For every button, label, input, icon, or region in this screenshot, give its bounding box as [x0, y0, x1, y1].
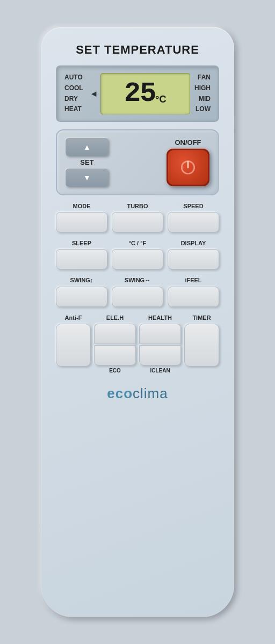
remote-control: SET TEMPERATURE AUTO COOL DRY HEAT ◄ 25 …	[41, 27, 234, 617]
timer-button[interactable]	[184, 324, 219, 367]
mode-button[interactable]	[56, 212, 107, 232]
swing-h-button[interactable]	[112, 287, 163, 307]
timer-label: TIMER	[192, 314, 211, 321]
ifeel-col: iFEEL	[168, 277, 219, 306]
antif-label: Anti-F	[65, 314, 82, 321]
temperature-display: 25	[124, 78, 155, 109]
control-section: ▲ SET ▼ ON/OFF	[56, 129, 219, 195]
temperature-unit: °C	[155, 94, 166, 105]
onoff-wrap: ON/OFF	[167, 138, 209, 186]
brand-eco: eco	[107, 385, 133, 401]
temp-up-button[interactable]: ▲	[66, 138, 108, 156]
display-label: DISPLAY	[181, 240, 206, 247]
onoff-button[interactable]	[167, 149, 209, 186]
onoff-label: ON/OFF	[175, 138, 201, 147]
eleh-button[interactable]	[94, 324, 136, 344]
health-col: HEALTH iCLEAN	[139, 314, 181, 374]
temp-unit-label: °C / °F	[129, 240, 147, 247]
display-col: DISPLAY	[168, 240, 219, 269]
mode-auto: AUTO	[64, 74, 83, 82]
ifeel-button[interactable]	[168, 287, 219, 307]
fan-mid: MID	[194, 95, 211, 104]
fan-high: HIGH	[194, 84, 211, 93]
iclean-label: iCLEAN	[150, 368, 170, 374]
lcd-screen: 25 °C	[100, 73, 190, 114]
temp-down-button[interactable]: ▼	[66, 169, 108, 187]
iclean-button[interactable]	[139, 345, 181, 365]
speed-col: SPEED	[168, 203, 219, 232]
turbo-label: TURBO	[127, 203, 148, 210]
brand: ecoclima	[107, 385, 168, 402]
lcd-arrow: ◄	[88, 89, 100, 99]
mode-col: MODE	[56, 203, 107, 232]
health-btn-wrap	[139, 324, 181, 365]
mode-label: MODE	[73, 203, 91, 210]
swing-v-label: SWING↕	[70, 277, 93, 284]
turbo-col: TURBO	[112, 203, 163, 232]
speed-label: SPEED	[183, 203, 203, 210]
ifeel-label: iFEEL	[185, 277, 201, 284]
power-icon	[178, 158, 198, 177]
brand-clima: clima	[133, 385, 168, 401]
swing-h-col: SWING↔	[112, 277, 163, 306]
lcd-right-labels: FAN HIGH MID LOW	[191, 71, 214, 116]
antif-button[interactable]	[56, 324, 91, 367]
set-label: SET	[80, 158, 93, 166]
speed-button[interactable]	[168, 212, 219, 232]
health-button[interactable]	[139, 324, 181, 344]
temp-unit-col: °C / °F	[112, 240, 163, 269]
button-grid-row1: MODE TURBO SPEED	[56, 203, 219, 232]
lcd-left-labels: AUTO COOL DRY HEAT	[61, 71, 86, 116]
temp-unit-button[interactable]	[112, 249, 163, 269]
eco-button[interactable]	[94, 345, 136, 365]
eleh-label: ELE.H	[106, 314, 124, 321]
fan-label: FAN	[194, 74, 211, 82]
button-grid-row3: SWING↕ SWING↔ iFEEL	[56, 277, 219, 306]
timer-col: TIMER	[184, 314, 219, 367]
mode-heat: HEAT	[64, 105, 83, 114]
sleep-button[interactable]	[56, 249, 107, 269]
swing-v-button[interactable]	[56, 287, 107, 307]
lcd-panel: AUTO COOL DRY HEAT ◄ 25 °C FAN HIGH MID …	[56, 65, 219, 122]
sleep-col: SLEEP	[56, 240, 107, 269]
eco-label: ECO	[109, 368, 121, 374]
title: SET TEMPERATURE	[76, 43, 199, 57]
eleh-col: ELE.H ECO	[94, 314, 136, 374]
display-button[interactable]	[168, 249, 219, 269]
button-grid-row2: SLEEP °C / °F DISPLAY	[56, 240, 219, 269]
antif-col: Anti-F	[56, 314, 91, 367]
bottom-row: Anti-F ELE.H ECO HEALTH iCLEAN TIMER	[56, 314, 219, 374]
mode-dry: DRY	[64, 95, 83, 104]
swing-h-label: SWING↔	[125, 277, 150, 284]
mode-cool: COOL	[64, 84, 83, 93]
fan-low: LOW	[194, 105, 211, 114]
lcd-screen-wrap: ◄ 25 °C	[86, 71, 191, 116]
health-label: HEALTH	[148, 314, 172, 321]
turbo-button[interactable]	[112, 212, 163, 232]
eleh-btn-wrap	[94, 324, 136, 365]
sleep-label: SLEEP	[72, 240, 91, 247]
set-controls: ▲ SET ▼	[66, 138, 108, 187]
swing-v-col: SWING↕	[56, 277, 107, 306]
